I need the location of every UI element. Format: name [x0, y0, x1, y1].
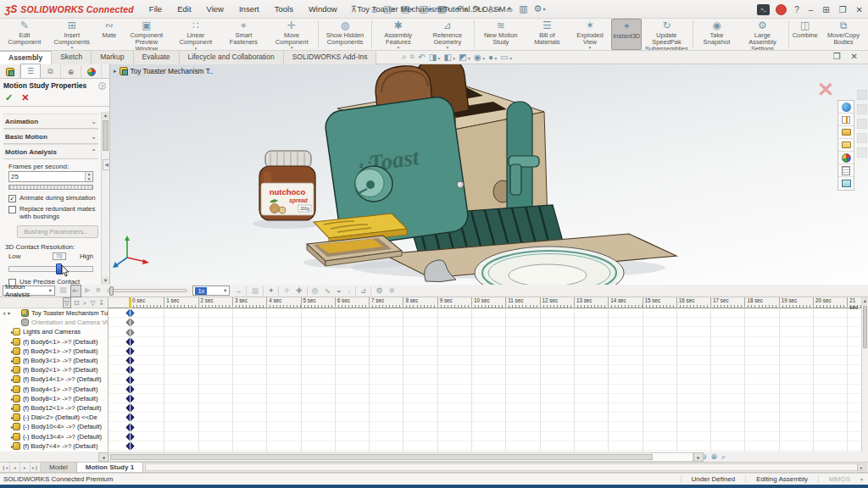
linear-component-pattern-button[interactable]: ∷Linear Component Pattern▾ — [171, 19, 220, 50]
panel-scrollbar[interactable]: ▲ ▼ — [101, 112, 109, 285]
section-basic-motion[interactable]: Basic Motion⌄ — [3, 129, 98, 144]
gravity-icon[interactable]: ↓ — [345, 286, 353, 297]
edit-component-button[interactable]: ✎Edit Component — [2, 19, 47, 50]
print-icon[interactable]: ▦▾ — [435, 3, 452, 15]
replace-redundant-mates-checkbox[interactable] — [8, 206, 16, 214]
view-orientation-icon[interactable]: ◧ ▾ — [443, 53, 455, 62]
expand-arrow-icon[interactable]: ▸ — [3, 424, 13, 430]
task-pane-marketplace[interactable] — [838, 114, 854, 126]
expand-arrow-icon[interactable]: ▸ — [3, 414, 13, 420]
timeline-zoom-fit-icon[interactable]: ⌕ — [721, 452, 726, 462]
filter-animated-icon[interactable]: ▽ — [63, 297, 71, 308]
filter-driving-icon[interactable]: ⊡ — [73, 298, 81, 308]
play-icon[interactable]: ▶ — [83, 285, 92, 297]
dropdown-caret-icon[interactable]: ▾ — [291, 46, 293, 49]
display-grid-icon[interactable]: ▥ — [516, 3, 530, 15]
save-icon[interactable]: ◫▾ — [417, 3, 434, 15]
tree-item[interactable]: ▸(f) Body2<1> ->? (Default) — [0, 365, 108, 374]
tree-item[interactable]: ▸(f) Body3<1> ->? (Default) — [0, 356, 108, 365]
exploded-view-button[interactable]: ✶Exploded View▾ — [569, 19, 611, 50]
instant3d-button[interactable]: ✦Instant3D — [611, 19, 643, 50]
menu-tools[interactable]: Tools — [268, 2, 300, 16]
results-and-plots-icon[interactable]: ⊿ — [359, 286, 369, 297]
expand-arrow-icon[interactable]: ▸ — [3, 358, 13, 363]
layout-button[interactable]: ⊞ — [821, 5, 831, 14]
component-preview-window-button[interactable]: ▣Component Preview Window — [122, 19, 171, 50]
expand-arrow-icon[interactable]: ▸ — [3, 339, 13, 345]
new-motion-study-button[interactable]: ≋New Motion Study — [476, 19, 526, 50]
tab-sketch[interactable]: Sketch — [52, 51, 92, 64]
expand-icon[interactable]: ▸ — [114, 68, 117, 75]
graphics-viewport[interactable]: Toast 2 3 4 nut — [110, 64, 868, 285]
save-animation-icon[interactable]: ▦ — [249, 286, 260, 297]
fps-stepper[interactable]: ▲▼ — [85, 172, 92, 181]
motor-icon[interactable]: ◎ — [310, 286, 320, 297]
expand-arrow-icon[interactable]: ▸ — [3, 386, 13, 392]
playback-mode-icon[interactable]: → — [232, 286, 243, 297]
expand-arrow-icon[interactable]: ▸ — [3, 348, 13, 354]
fps-slider[interactable] — [8, 185, 93, 190]
export-results-icon[interactable]: ↧ — [97, 298, 105, 308]
fps-input[interactable]: 25 ▲▼ — [8, 171, 93, 182]
scroll-left-icon[interactable]: ◂ — [98, 452, 108, 462]
tree-item[interactable]: Orientation and Camera Vi — [0, 318, 108, 327]
task-pane-design-library[interactable] — [838, 139, 854, 152]
dropdown-caret-icon[interactable]: ▾ — [481, 56, 485, 61]
task-pane-view-palette[interactable] — [838, 177, 854, 190]
timeline-zoom-in-icon[interactable]: ⊕ — [711, 452, 718, 461]
slider-track[interactable] — [8, 266, 93, 272]
add-key-icon[interactable]: ✚ — [294, 286, 304, 297]
tab-dimxpert[interactable]: ⊕ — [61, 65, 81, 78]
ok-button[interactable]: ✓ — [5, 92, 13, 103]
timebar-playhead[interactable] — [129, 297, 131, 308]
dropdown-caret-icon[interactable]: ▾ — [467, 56, 470, 61]
simulation-setup-icon[interactable]: ✱ — [387, 286, 398, 297]
units-dropdown-icon[interactable]: ▾ — [860, 476, 863, 482]
tree-item[interactable]: ∧ ▾Toy Toaster Mechanism Tutoria — [0, 308, 108, 318]
timebar-thumb[interactable] — [109, 286, 114, 296]
dropdown-caret-icon[interactable]: ▾ — [465, 6, 467, 12]
filter-selected-icon[interactable]: ⌕ — [82, 298, 87, 308]
study-type-select[interactable]: Motion Analysis▼ — [3, 286, 55, 296]
expand-arrow-icon[interactable]: ▸ — [3, 396, 13, 402]
contact-icon[interactable]: ◒ — [335, 286, 342, 297]
dropdown-caret-icon[interactable]: ▾ — [437, 56, 440, 61]
tree-item[interactable]: ▸(f) Body12<1> ->? (Default) — [0, 403, 108, 413]
combine-button[interactable]: ◫Combine — [791, 19, 819, 50]
timeline-canvas[interactable]: 0 sec1 sec2 sec3 sec4 sec5 sec6 sec7 sec… — [108, 297, 861, 452]
task-pane-appearances[interactable] — [838, 152, 854, 164]
status-units[interactable]: MMGS — [818, 475, 860, 483]
tree-item[interactable]: ▸(-) Body10<4> ->? (Default) — [0, 422, 108, 431]
pin-icon[interactable]: ⊼ — [344, 4, 364, 14]
spin-down-icon[interactable]: ▼ — [86, 177, 92, 182]
expand-arrow-icon[interactable]: ▸ — [3, 367, 13, 373]
select-icon[interactable]: ▷▾ — [487, 3, 503, 15]
zoom-to-area-icon[interactable]: ⌗ — [410, 52, 415, 62]
3d-scene[interactable]: Toast 2 3 4 nut — [110, 64, 868, 285]
tree-item[interactable]: ▸(f) Body5<1> ->? (Default) — [0, 347, 108, 356]
stop-icon[interactable]: ■ — [94, 285, 102, 297]
appearances-icon[interactable]: ● ▾ — [488, 53, 497, 62]
mate-button[interactable]: ∾Mate — [97, 19, 122, 50]
section-view-icon[interactable]: ◨ ▾ — [429, 53, 441, 62]
tree-item[interactable]: ▸(-) Dial<2> (Default) <<De — [0, 413, 108, 422]
spring-icon[interactable]: ∿ — [322, 286, 332, 297]
collapse-arrows-icon[interactable]: ∧ ▾ — [3, 310, 21, 316]
dropdown-caret-icon[interactable]: ▾ — [70, 46, 73, 49]
close-document-icon[interactable]: ✕ — [851, 52, 858, 61]
new-document-icon[interactable]: ▢▾ — [381, 3, 398, 15]
menu-insert[interactable]: Insert — [232, 2, 266, 16]
dropdown-caret-icon[interactable]: ▾ — [452, 56, 455, 61]
tab-evaluate[interactable]: Evaluate — [134, 51, 180, 64]
scroll-up-icon[interactable]: ▲ — [862, 297, 868, 305]
bill-of-materials-button[interactable]: ☰Bill of Materials — [526, 19, 569, 50]
tree-item[interactable]: ▸(f) Body7<4> ->? (Default) — [0, 441, 108, 451]
tab-featuremanager-tree[interactable] — [0, 65, 20, 78]
take-snapshot-button[interactable]: ◉Take Snapshot — [695, 19, 737, 50]
previous-view-icon[interactable]: ↶ — [418, 53, 425, 62]
section-animation[interactable]: Animation⌄ — [3, 114, 98, 129]
scrollbar-thumb[interactable] — [103, 120, 108, 151]
playback-speed-combo[interactable]: 1x▼ — [192, 286, 230, 296]
expand-arrow-icon[interactable]: ▸ — [3, 443, 13, 449]
home-icon[interactable]: ⌂ — [369, 3, 380, 15]
